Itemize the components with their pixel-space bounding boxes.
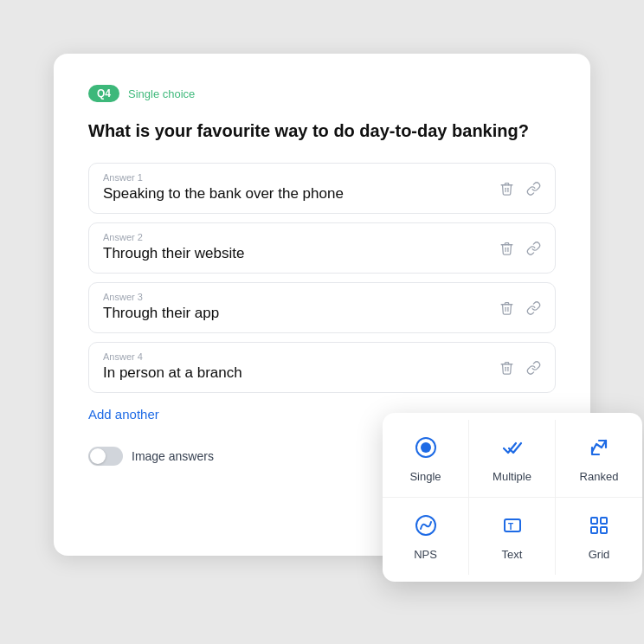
svg-rect-5 <box>591 518 597 524</box>
answer-label-4: Answer 4 <box>103 351 541 362</box>
answers-list: Answer 1 Speaking to the bank over the p… <box>88 163 556 393</box>
answer-text-2: Through their website <box>103 245 541 262</box>
link-answer-2-button[interactable] <box>525 239 543 257</box>
answer-item-2: Answer 2 Through their website <box>88 222 556 274</box>
popup-nps-label: NPS <box>414 548 437 561</box>
answer-text-1: Speaking to the bank over the phone <box>103 185 541 203</box>
popup-item-single[interactable]: Single <box>383 420 469 498</box>
question-type-label: Single choice <box>128 87 195 100</box>
image-answers-toggle[interactable] <box>88 447 123 466</box>
popup-item-ranked[interactable]: Ranked <box>556 420 642 498</box>
answer-type-popup: Single Multiple <box>383 413 642 582</box>
svg-rect-6 <box>601 518 607 524</box>
answer-label-3: Answer 3 <box>103 292 541 302</box>
answer-item-4: Answer 4 In person at a branch <box>88 342 556 393</box>
link-answer-3-button[interactable] <box>525 299 543 317</box>
link-answer-4-button[interactable] <box>525 358 543 377</box>
popup-grid-label: Grid <box>589 548 610 561</box>
popup-ranked-label: Ranked <box>580 470 619 483</box>
answer-item-1: Answer 1 Speaking to the bank over the p… <box>88 163 556 214</box>
link-answer-1-button[interactable] <box>525 179 543 197</box>
svg-text:T: T <box>508 522 513 531</box>
popup-item-multiple[interactable]: Multiple <box>469 420 556 498</box>
question-header: Q4 Single choice <box>88 85 556 102</box>
popup-single-label: Single <box>409 470 441 483</box>
nps-icon <box>414 513 438 541</box>
answer-actions-4 <box>498 358 543 377</box>
popup-item-nps[interactable]: NPS <box>383 498 469 575</box>
popup-multiple-label: Multiple <box>493 470 531 483</box>
add-another-button[interactable]: Add another <box>88 407 159 422</box>
text-input-icon: T <box>500 513 525 541</box>
answer-label-2: Answer 2 <box>103 232 541 242</box>
delete-answer-4-button[interactable] <box>498 358 516 377</box>
answer-text-3: Through their app <box>103 305 541 322</box>
question-title: What is your favourite way to do day-to-… <box>88 119 556 142</box>
image-answers-label: Image answers <box>132 449 214 463</box>
delete-answer-1-button[interactable] <box>498 179 516 197</box>
svg-rect-7 <box>591 527 597 533</box>
delete-answer-3-button[interactable] <box>498 299 516 317</box>
answer-text-4: In person at a branch <box>103 364 541 382</box>
popup-text-label: Text <box>502 548 523 561</box>
answer-label-1: Answer 1 <box>103 172 541 183</box>
answer-actions-2 <box>498 239 543 257</box>
toggle-knob <box>90 448 106 464</box>
svg-rect-8 <box>601 527 607 533</box>
main-card: Q4 Single choice What is your favourite … <box>54 54 590 556</box>
question-badge: Q4 <box>88 85 119 102</box>
answer-actions-1 <box>498 179 543 197</box>
popup-item-grid[interactable]: Grid <box>556 498 642 575</box>
radio-icon <box>414 435 438 463</box>
answer-actions-3 <box>498 299 543 317</box>
delete-answer-2-button[interactable] <box>498 239 516 257</box>
svg-point-1 <box>421 442 431 453</box>
popup-grid: Single Multiple <box>383 420 642 575</box>
grid-icon <box>587 513 611 541</box>
popup-item-text[interactable]: T Text <box>469 498 556 575</box>
answer-item-3: Answer 3 Through their app <box>88 282 556 333</box>
ranked-icon <box>587 435 611 463</box>
checkmark-double-icon <box>500 435 525 463</box>
